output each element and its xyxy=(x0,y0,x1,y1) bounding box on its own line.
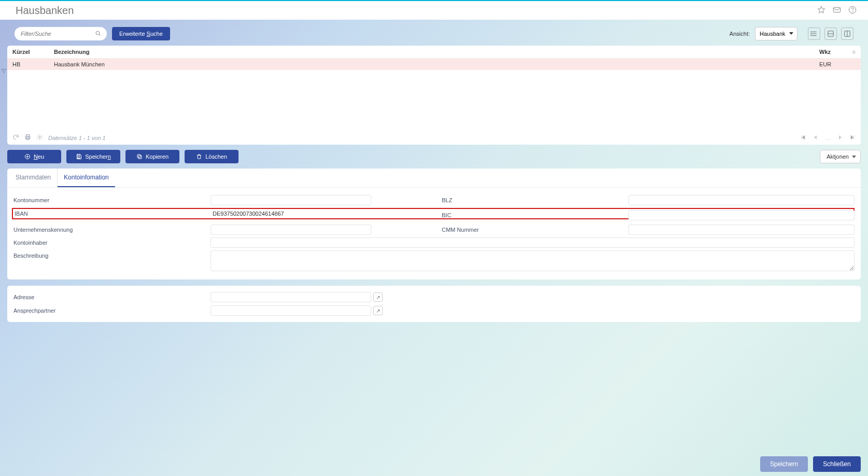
svg-rect-1 xyxy=(833,7,840,12)
pager-prev-icon[interactable] xyxy=(813,134,819,142)
value-iban: DE93750200730024614867 xyxy=(211,211,284,217)
footer-save-button[interactable]: Speichern xyxy=(760,456,808,472)
label-beschreibung: Beschreibung xyxy=(13,250,211,259)
grid-menu-icon[interactable]: ≡ xyxy=(845,49,856,55)
tab-kontoinformation[interactable]: Kontoinfomation xyxy=(58,169,115,187)
filter-tab-icon[interactable] xyxy=(0,67,7,75)
svg-point-8 xyxy=(811,32,811,32)
app-header: Hausbanken xyxy=(0,1,868,20)
svg-rect-24 xyxy=(138,156,142,159)
input-ansprechpartner[interactable] xyxy=(211,305,371,316)
tab-stammdaten[interactable]: Stammdaten xyxy=(9,169,58,187)
record-count: Datensätze 1 - 1 von 1 xyxy=(48,135,106,141)
view-list-icon[interactable] xyxy=(808,27,820,40)
data-grid: Kürzel Bezeichnung Wkz ≡ HB Hausbank Mün… xyxy=(7,46,861,145)
input-cmm[interactable] xyxy=(628,225,855,235)
view-split-horizontal-icon[interactable] xyxy=(824,27,837,40)
new-button[interactable]: Neu xyxy=(7,150,61,163)
col-header-kuerzel[interactable]: Kürzel xyxy=(12,49,54,55)
save-button[interactable]: Speichern xyxy=(66,150,120,163)
view-select[interactable]: Hausbank xyxy=(755,27,797,40)
actions-dropdown[interactable]: Aktionen xyxy=(820,150,861,163)
label-cmm: CMM Nummer xyxy=(442,227,628,233)
svg-point-3 xyxy=(852,11,853,12)
page-title: Hausbanken xyxy=(16,5,74,17)
input-kontonummer[interactable] xyxy=(211,195,371,205)
svg-rect-25 xyxy=(137,155,141,158)
label-unternehmenskennung: Unternehmenskennung xyxy=(13,227,211,233)
input-beschreibung[interactable] xyxy=(211,250,855,271)
input-blz[interactable] xyxy=(628,195,855,205)
adresse-lookup-icon[interactable]: ↗ xyxy=(373,292,383,302)
label-blz: BLZ xyxy=(442,197,628,203)
label-kontonummer: Kontonummer xyxy=(13,197,211,203)
mail-icon[interactable] xyxy=(833,6,841,16)
label-bic: BIC xyxy=(442,212,628,218)
pager-ellipsis: … xyxy=(825,135,831,141)
input-bic[interactable] xyxy=(628,210,855,220)
svg-rect-15 xyxy=(26,135,30,136)
view-split-vertical-icon[interactable] xyxy=(841,27,853,40)
view-label: Ansicht: xyxy=(730,31,750,37)
svg-point-4 xyxy=(96,31,100,34)
label-ansprechpartner: Ansprechpartner xyxy=(13,307,211,314)
col-header-wkz[interactable]: Wkz xyxy=(819,49,845,55)
svg-point-10 xyxy=(811,35,811,36)
delete-button[interactable]: Löschen xyxy=(185,150,239,163)
footer-close-button[interactable]: Schließen xyxy=(813,456,861,472)
svg-point-18 xyxy=(39,136,40,138)
advanced-search-button[interactable]: Erweiterte Suche xyxy=(112,27,170,40)
table-row[interactable]: HB Hausbank München EUR xyxy=(7,59,861,70)
pager-last-icon[interactable] xyxy=(849,134,856,142)
star-icon[interactable] xyxy=(817,6,825,16)
svg-rect-22 xyxy=(78,155,80,156)
svg-point-9 xyxy=(811,33,811,34)
input-adresse[interactable] xyxy=(211,292,371,302)
search-icon xyxy=(95,30,102,37)
label-iban: IBAN xyxy=(13,211,211,217)
label-kontoinhaber: Kontoinhaber xyxy=(13,240,211,246)
label-adresse: Adresse xyxy=(13,294,211,300)
col-header-bezeichnung[interactable]: Bezeichnung xyxy=(54,49,819,55)
help-icon[interactable] xyxy=(848,6,857,16)
search-input[interactable] xyxy=(15,27,107,40)
input-unternehmenskennung[interactable] xyxy=(211,225,371,235)
svg-marker-0 xyxy=(818,6,824,13)
pager-first-icon[interactable] xyxy=(800,134,806,142)
gear-icon[interactable] xyxy=(36,134,43,142)
pager-next-icon[interactable] xyxy=(837,134,843,142)
input-kontoinhaber[interactable] xyxy=(211,237,855,248)
ansprechpartner-lookup-icon[interactable]: ↗ xyxy=(373,306,383,315)
copy-button[interactable]: Kopieren xyxy=(125,150,179,163)
svg-rect-23 xyxy=(78,157,80,159)
print-icon[interactable] xyxy=(24,134,31,142)
refresh-icon[interactable] xyxy=(12,134,19,142)
